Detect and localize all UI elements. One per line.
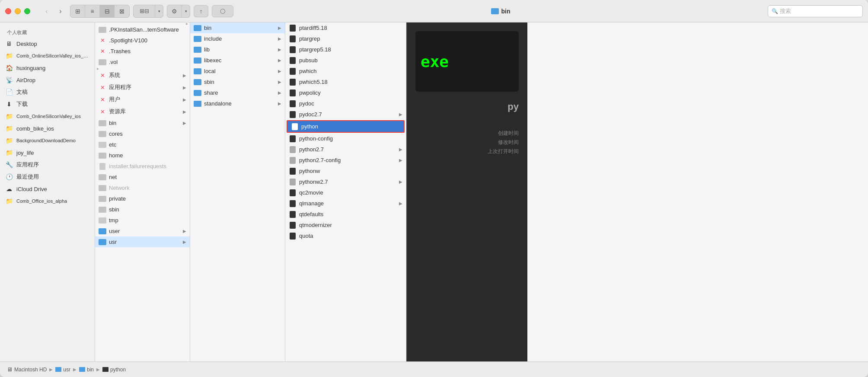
col3-qtdefaults[interactable]: qtdefaults <box>285 209 406 220</box>
col1-bin[interactable]: bin ▶ <box>95 118 190 128</box>
col3-pydoc27[interactable]: pydoc2.7 ▶ <box>285 109 406 120</box>
col1-yingyong[interactable]: ✕ 应用程序 ▶ <box>95 81 190 93</box>
col1-private[interactable]: private <box>95 193 190 204</box>
file-black-icon <box>289 136 297 142</box>
group-dropdown[interactable]: ▾ <box>155 5 163 17</box>
action-button-combo: ⚙ ▾ <box>167 5 190 18</box>
col2-include[interactable]: include ▶ <box>190 33 285 44</box>
download-icon: ⬇ <box>5 100 13 108</box>
breadcrumb-python[interactable]: python <box>102 367 126 373</box>
minimize-button[interactable] <box>15 8 21 14</box>
col3-qlmanage[interactable]: qlmanage ▶ <box>285 198 406 209</box>
action-dropdown[interactable]: ▾ <box>182 5 190 17</box>
item-label: .PKInstallSan...temSoftware <box>109 26 179 33</box>
sidebar-item-joylife[interactable]: 📁 joy_life <box>0 147 95 159</box>
airdrop-icon: 📡 <box>5 76 13 84</box>
col3-ptardiff518[interactable]: ptardiff5.18 <box>285 22 406 33</box>
col1-user[interactable]: user ▶ <box>95 226 190 236</box>
group-button[interactable]: ⊞⊟ <box>134 5 155 17</box>
col3-python[interactable]: python <box>287 120 405 133</box>
col3-ptargrep518[interactable]: ptargrep5.18 <box>285 44 406 55</box>
chevron-right-icon: ▶ <box>278 80 281 84</box>
col1-trashes[interactable]: ✕ .Trashes <box>95 46 190 57</box>
col3-pubsub[interactable]: pubsub <box>285 55 406 66</box>
sidebar-item-label: Comb_OnlineSiliconValley_ios <box>16 114 81 119</box>
sidebar-item-desktop[interactable]: 🖥 Desktop <box>0 38 95 50</box>
col1-installer[interactable]: installer.failurerequests <box>95 161 190 172</box>
col3-pwhich518[interactable]: pwhich5.18 <box>285 77 406 87</box>
col1-home[interactable]: home <box>95 150 190 161</box>
sidebar-item-icloud[interactable]: ☁ iCloud Drive <box>0 183 95 195</box>
close-button[interactable] <box>5 8 11 14</box>
file-black-icon <box>289 168 297 174</box>
col1-ziyuanku[interactable]: ✕ 资源库 ▶ <box>95 105 190 118</box>
sidebar-item-xiazai[interactable]: ⬇ 下载 <box>0 98 95 110</box>
col3-pwpolicy[interactable]: pwpolicy <box>285 87 406 98</box>
spotlight-icon: ✕ <box>99 38 106 44</box>
col3-pythonw27[interactable]: pythonw2.7 ▶ <box>285 176 406 187</box>
view-icon-button[interactable]: ⊞ <box>70 5 85 17</box>
col1-net[interactable]: net <box>95 172 190 182</box>
col3-pydoc[interactable]: pydoc <box>285 98 406 109</box>
chevron-right-icon: ▶ <box>399 158 402 163</box>
sidebar-item-apps[interactable]: 🔧 应用程序 <box>0 159 95 171</box>
col3-ptargrep[interactable]: ptargrep <box>285 33 406 44</box>
folder-gray-icon <box>99 120 106 126</box>
col2-bin[interactable]: bin ▶ <box>190 22 285 33</box>
col1-pkinstall[interactable]: .PKInstallSan...temSoftware <box>95 24 190 35</box>
col1-usr[interactable]: usr ▶ <box>95 236 190 247</box>
col2-sbin[interactable]: sbin ▶ <box>190 77 285 87</box>
col3-python-config[interactable]: python-config <box>285 133 406 144</box>
col1-xitong[interactable]: ✕ 系统 ▶ <box>95 69 190 81</box>
share-button[interactable]: ↑ <box>194 5 208 17</box>
col1-etc[interactable]: etc <box>95 139 190 150</box>
col1-network[interactable]: Network <box>95 182 190 193</box>
item-label: qtdefaults <box>299 211 323 217</box>
view-column-button[interactable]: ⊟ <box>100 5 115 17</box>
sidebar-item-comb-bike[interactable]: 📁 comb_bike_ios <box>0 122 95 134</box>
back-button[interactable]: ‹ <box>41 5 53 17</box>
breadcrumb-macintosh[interactable]: 🖥 Macintosh HD <box>7 366 47 373</box>
sidebar-item-airdrop[interactable]: 📡 AirDrop <box>0 74 95 86</box>
col1-sbin[interactable]: sbin <box>95 204 190 215</box>
sidebar-item-huxinguang[interactable]: 🏠 huxinguang <box>0 62 95 74</box>
col3-python27[interactable]: python2.7 ▶ <box>285 144 406 155</box>
sidebar-item-label: joy_life <box>16 150 34 156</box>
search-bar[interactable]: 🔍 搜索 <box>768 5 863 17</box>
folder-icon: 📁 <box>5 112 13 120</box>
col1-yonghu[interactable]: ✕ 用户 ▶ <box>95 93 190 105</box>
sidebar-item-comb-online[interactable]: 📁 Comb_OnlineSiliconValley_ios_alpha <box>0 50 95 62</box>
forward-button[interactable]: › <box>54 5 67 17</box>
col2-share[interactable]: share ▶ <box>190 87 285 98</box>
maximize-button[interactable] <box>24 8 30 14</box>
view-cover-button[interactable]: ⊠ <box>115 5 129 17</box>
item-label: qc2movie <box>299 189 323 196</box>
sidebar-item-comb-ios[interactable]: 📁 Comb_OnlineSiliconValley_ios <box>0 110 95 122</box>
col2-local[interactable]: local ▶ <box>190 66 285 77</box>
view-list-button[interactable]: ≡ <box>85 5 100 17</box>
col2-lib[interactable]: lib ▶ <box>190 44 285 55</box>
breadcrumb-bin[interactable]: bin <box>79 367 94 373</box>
col1-tmp[interactable]: tmp <box>95 215 190 226</box>
col3-pwhich[interactable]: pwhich <box>285 66 406 77</box>
col3-pythonw[interactable]: pythonw <box>285 166 406 176</box>
col1-vol[interactable]: .vol <box>95 57 190 67</box>
sidebar-item-comb-office[interactable]: 📁 Comb_Office_ios_alpha <box>0 195 95 207</box>
sidebar-item-wenzhang[interactable]: 📄 文稿 <box>0 86 95 98</box>
col3-quota[interactable]: quota <box>285 230 406 241</box>
sidebar-item-bgdemo[interactable]: 📁 BackgroundDownloadDemo <box>0 134 95 147</box>
col3-qtmodernizer[interactable]: qtmodernizer <box>285 220 406 230</box>
action-button[interactable]: ⚙ <box>167 5 182 17</box>
col2-libexec[interactable]: libexec ▶ <box>190 55 285 66</box>
tag-button[interactable]: ◯ <box>212 5 233 17</box>
app-icon: ✕ <box>99 84 106 90</box>
col3-qc2movie[interactable]: qc2movie <box>285 187 406 198</box>
col1-spotlight[interactable]: ✕ .Spotlight-V100 <box>95 35 190 46</box>
col3-python27-config[interactable]: python2.7-config ▶ <box>285 155 406 166</box>
chevron-right-icon: ▶ <box>183 229 186 233</box>
folder-blue-icon <box>194 90 201 96</box>
col2-standalone[interactable]: standalone ▶ <box>190 98 285 109</box>
breadcrumb-usr[interactable]: usr <box>55 367 70 373</box>
sidebar-item-recent[interactable]: 🕐 最近使用 <box>0 171 95 183</box>
col1-cores[interactable]: cores <box>95 128 190 139</box>
